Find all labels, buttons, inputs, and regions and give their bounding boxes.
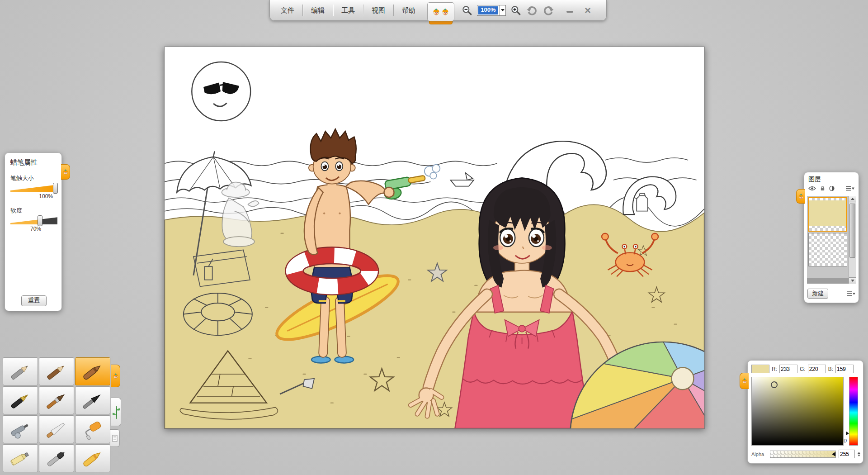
clown-icon xyxy=(741,378,748,384)
brush-size-label: 笔触大小 xyxy=(5,167,61,184)
tool-palette-knife[interactable] xyxy=(39,415,74,443)
tool-paint-roller[interactable] xyxy=(75,415,110,443)
zoom-level-select[interactable]: 100% xyxy=(477,5,506,16)
clown-icon xyxy=(113,373,119,379)
divider xyxy=(302,5,303,16)
sun-with-sunglasses xyxy=(192,62,250,121)
layers-panel-tab[interactable] xyxy=(796,189,805,204)
alpha-gradient xyxy=(770,451,835,457)
minimize-button[interactable] xyxy=(564,6,576,14)
layer-blend-icon[interactable] xyxy=(829,185,835,191)
divider xyxy=(363,5,363,16)
app-logo-button[interactable] xyxy=(427,2,454,21)
g-label: G: xyxy=(800,366,806,372)
menu-help[interactable]: 帮助 xyxy=(396,0,422,20)
tool-pencil[interactable] xyxy=(3,357,38,385)
menu-edit[interactable]: 编辑 xyxy=(305,0,331,20)
new-layer-button[interactable]: 新建 xyxy=(807,289,828,299)
b-label: B: xyxy=(828,366,833,372)
minimize-icon xyxy=(566,11,573,13)
r-label: R: xyxy=(772,366,777,372)
undo-icon[interactable] xyxy=(527,5,538,16)
layer-list xyxy=(807,196,856,284)
page-icon xyxy=(112,435,118,442)
softness-slider[interactable] xyxy=(10,217,57,224)
layer-menu-icon[interactable] xyxy=(845,185,854,191)
close-button[interactable]: × xyxy=(582,1,594,19)
tool-crayon[interactable] xyxy=(75,357,110,385)
clown-tab xyxy=(429,18,453,24)
softness-slider-fill xyxy=(10,217,57,224)
layers-panel-title: 图层 xyxy=(804,172,859,185)
alpha-spinner[interactable] xyxy=(858,452,860,456)
tool-colored-pencil[interactable] xyxy=(39,357,74,385)
brush-size-slider-fill xyxy=(10,184,57,192)
softness-slider-knob[interactable] xyxy=(38,215,42,226)
divider xyxy=(393,5,394,16)
menu-view[interactable]: 视图 xyxy=(365,0,392,20)
layers-options-icon[interactable] xyxy=(846,291,855,296)
scrollbar-thumb[interactable] xyxy=(849,204,855,258)
color-picker-panel: R: G: B: D Alpha xyxy=(747,360,863,464)
zoom-level-value: 100% xyxy=(478,6,498,14)
b-input[interactable] xyxy=(835,365,854,373)
menu-file[interactable]: 文件 xyxy=(274,0,301,20)
scroll-down-button[interactable] xyxy=(849,277,856,284)
crayon-panel-title: 蜡笔属性 xyxy=(5,153,61,167)
clown-icon xyxy=(432,8,440,16)
clown-icon xyxy=(441,8,449,16)
saturation-value-picker[interactable] xyxy=(751,377,844,446)
clown-icon xyxy=(62,169,69,175)
layer-item-1[interactable] xyxy=(808,197,847,232)
palette-clown-tab[interactable] xyxy=(111,365,120,387)
plant-icon xyxy=(113,404,120,420)
divider xyxy=(333,5,333,16)
top-toolbar: 文件 编辑 工具 视图 帮助 100% × xyxy=(269,0,607,21)
tool-ink-brush[interactable] xyxy=(75,386,110,414)
alpha-slider-marker[interactable] xyxy=(832,452,835,456)
sv-picker-indicator[interactable] xyxy=(771,381,778,388)
layer-1-content xyxy=(809,200,846,226)
tool-paintbrush[interactable] xyxy=(39,386,74,414)
zoom-dropdown-arrow[interactable] xyxy=(499,5,505,15)
zoom-in-icon[interactable] xyxy=(510,5,521,16)
scroll-up-button[interactable] xyxy=(849,196,856,202)
g-input[interactable] xyxy=(808,365,826,373)
alpha-input[interactable] xyxy=(839,450,855,458)
softness-label: 软度 xyxy=(5,200,61,217)
menu-tools[interactable]: 工具 xyxy=(335,0,361,20)
hue-slider-marker[interactable] xyxy=(846,432,849,435)
canvas-artwork[interactable] xyxy=(165,47,704,428)
zoom-out-icon[interactable] xyxy=(462,5,472,16)
layer-item-2[interactable] xyxy=(808,233,847,266)
brush-size-slider-knob[interactable] xyxy=(53,183,58,194)
palette-nature-tab[interactable] xyxy=(111,398,121,426)
layers-scrollbar[interactable] xyxy=(849,196,856,284)
hue-slider[interactable] xyxy=(849,377,858,446)
layers-panel: 图层 新建 xyxy=(804,172,859,303)
alpha-slider[interactable] xyxy=(770,451,836,458)
layer-visibility-icon[interactable] xyxy=(808,185,816,191)
brush-size-slider[interactable] xyxy=(10,184,57,192)
boy-hand xyxy=(384,187,394,197)
layer-lock-icon[interactable] xyxy=(820,185,825,191)
tool-airbrush[interactable] xyxy=(3,415,38,443)
tool-marker[interactable] xyxy=(39,444,74,472)
alpha-label: Alpha xyxy=(751,451,767,457)
tool-palette xyxy=(3,357,111,472)
drawing-canvas[interactable] xyxy=(164,47,705,429)
crayon-panel-tab[interactable] xyxy=(61,164,70,180)
palette-page-tab[interactable] xyxy=(110,429,120,447)
crayon-properties-panel: 蜡笔属性 笔触大小 100% 软度 70% 重置 xyxy=(5,152,62,311)
d-label: D xyxy=(844,438,847,443)
reset-button[interactable]: 重置 xyxy=(21,295,47,306)
tool-fountain-pen[interactable] xyxy=(3,386,38,414)
tool-wax-crayon[interactable] xyxy=(75,444,110,472)
redo-icon[interactable] xyxy=(543,5,554,16)
brush-size-value: 100% xyxy=(5,193,53,200)
r-input[interactable] xyxy=(779,365,797,373)
current-color-swatch xyxy=(751,365,769,373)
color-panel-tab[interactable] xyxy=(740,373,749,389)
softness-value: 70% xyxy=(5,226,41,232)
tool-paint-tube[interactable] xyxy=(3,444,38,472)
